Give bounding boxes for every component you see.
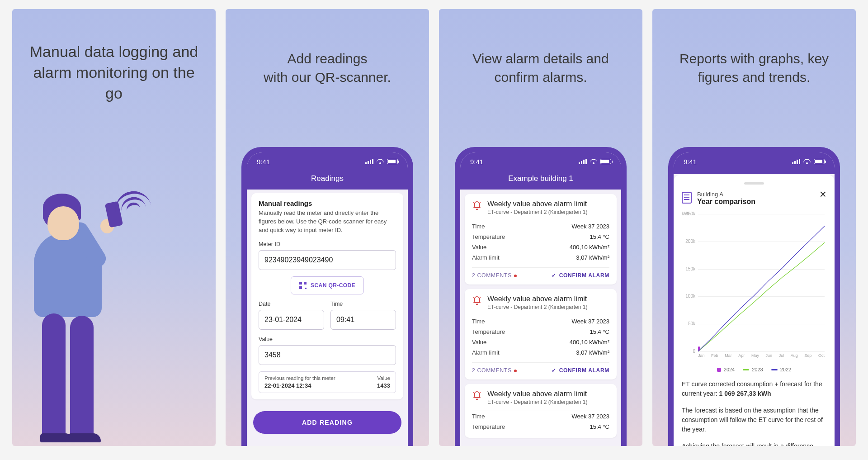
legend-swatch-2023 xyxy=(743,369,749,370)
date-input[interactable]: 23-01-2024 xyxy=(259,310,324,330)
chart-xtick: Oct xyxy=(818,353,825,358)
phone-frame: 9:41 Building A Year comparison × xyxy=(668,147,840,446)
report-title: Year comparison xyxy=(697,198,814,206)
marketing-panel-1: Manual data logging and alarm monitoring… xyxy=(12,9,216,446)
chart-ytick: 200k xyxy=(682,239,695,244)
report-subtitle: Building A xyxy=(697,191,814,198)
legend-swatch-2022 xyxy=(771,369,778,370)
chart-ytick: 250k xyxy=(682,211,695,216)
alarm-subtitle: ET-curve - Department 2 (Kindergarten 1) xyxy=(487,304,609,310)
time-input[interactable]: 09:41 xyxy=(330,310,396,330)
alarm-title: Weekly value above alarm limit xyxy=(487,200,609,208)
chart-xtick: Apr xyxy=(738,353,745,358)
signal-icon xyxy=(792,159,800,164)
status-time: 9:41 xyxy=(257,158,270,166)
confirm-alarm-button[interactable]: ✓CONFIRM ALARM xyxy=(552,367,609,374)
marketing-panel-4: Reports with graphs, key figures and tre… xyxy=(652,9,856,446)
chart-ytick: 0 xyxy=(682,349,695,354)
signal-icon xyxy=(579,159,587,164)
chart-xtick: Sep xyxy=(804,353,811,358)
alarm-title: Weekly value above alarm limit xyxy=(487,390,609,398)
date-label: Date xyxy=(259,301,324,307)
confirm-alarm-button[interactable]: ✓CONFIRM ALARM xyxy=(552,272,609,279)
chart-xtick: Jul xyxy=(779,353,784,358)
alarm-subtitle: ET-curve - Department 2 (Kindergarten 1) xyxy=(487,209,609,215)
chart-xtick: Aug xyxy=(791,353,798,358)
alarm-comments-link[interactable]: 2 COMMENTS xyxy=(472,272,517,279)
legend-swatch-2024 xyxy=(717,368,721,372)
battery-icon xyxy=(600,159,611,164)
chart-ytick: 50k xyxy=(682,321,695,326)
report-paragraph-2: The forecast is based on the assumption … xyxy=(682,406,826,434)
prev-reading-label: Previous reading for this meter xyxy=(264,375,335,381)
alarm-comments-link[interactable]: 2 COMMENTS xyxy=(472,367,517,374)
marketing-panel-2: Add readings with our QR-scanner. 9:41 R… xyxy=(226,9,429,446)
add-reading-button[interactable]: ADD READING xyxy=(253,411,401,434)
chart-ytick: 150k xyxy=(682,266,695,271)
status-time: 9:41 xyxy=(470,158,483,166)
chart-xtick: Jan xyxy=(698,353,705,358)
chart-legend: 2024 2023 2022 xyxy=(682,367,826,372)
app-header: Readings xyxy=(247,171,408,190)
alarm-subtitle: ET-curve - Department 2 (Kindergarten 1) xyxy=(487,399,609,405)
value-input[interactable]: 3458 xyxy=(259,345,396,365)
legend-label: 2023 xyxy=(752,367,763,372)
close-icon[interactable]: × xyxy=(820,191,826,198)
chart-xtick: May xyxy=(751,353,759,358)
panel-title: Manual data logging and alarm monitoring… xyxy=(12,9,216,104)
year-comparison-chart: kWh 050k100k150k200k250k JanFebMarAprMay… xyxy=(682,214,826,363)
wifi-icon xyxy=(803,159,811,164)
meter-id-input[interactable]: 92349023949023490 xyxy=(259,250,396,270)
scan-qr-button[interactable]: SCAN QR-CODE xyxy=(291,276,364,294)
phone-frame: 9:41 Readings Manual readings Manually r… xyxy=(241,147,413,446)
manual-readings-desc: Manually read the meter and directly ent… xyxy=(259,209,396,235)
status-bar: 9:41 xyxy=(674,152,835,171)
phone-frame: 9:41 Example building 1 Weekly value abo… xyxy=(455,147,627,446)
value-label: Value xyxy=(259,336,396,342)
panel-title: Reports with graphs, key figures and tre… xyxy=(652,9,856,86)
wifi-icon xyxy=(377,159,384,164)
legend-label: 2024 xyxy=(724,367,735,372)
alarm-bell-icon xyxy=(472,201,482,211)
readings-card: Manual readings Manually read the meter … xyxy=(251,193,403,399)
meter-id-label: Meter ID xyxy=(259,241,396,247)
status-time: 9:41 xyxy=(684,158,697,166)
illustration xyxy=(12,166,216,446)
report-paragraph-3: Achieving the forecast will result in a … xyxy=(682,441,826,446)
alarm-bell-icon xyxy=(472,391,482,401)
status-bar: 9:41 xyxy=(247,152,408,171)
chart-xtick: Feb xyxy=(711,353,718,358)
prev-value: 1433 xyxy=(377,382,390,389)
alarm-card[interactable]: Weekly value above alarm limit ET-curve … xyxy=(465,384,617,438)
alarm-bell-icon xyxy=(472,296,482,306)
chart-xtick: Mar xyxy=(725,353,732,358)
prev-reading-date: 22-01-2024 12:34 xyxy=(264,382,335,389)
chart-ytick: 100k xyxy=(682,294,695,299)
marketing-panel-3: View alarm details and confirm alarms. 9… xyxy=(439,9,642,446)
battery-icon xyxy=(814,159,825,164)
previous-reading-box: Previous reading for this meter 22-01-20… xyxy=(259,371,396,393)
report-paragraph-1: ET curve corrected consumption + forecas… xyxy=(682,379,826,398)
alarm-title: Weekly value above alarm limit xyxy=(487,295,609,303)
battery-icon xyxy=(387,159,398,164)
wifi-icon xyxy=(590,159,597,164)
panel-title: Add readings with our QR-scanner. xyxy=(226,9,429,86)
prev-value-label: Value xyxy=(377,375,390,381)
qr-icon xyxy=(299,282,307,289)
manual-readings-heading: Manual readings xyxy=(259,199,396,207)
alarm-card[interactable]: Weekly value above alarm limit ET-curve … xyxy=(465,194,617,285)
app-header: Example building 1 xyxy=(460,171,621,190)
status-bar: 9:41 xyxy=(460,152,621,171)
legend-label: 2022 xyxy=(780,367,791,372)
time-label: Time xyxy=(330,301,396,307)
sheet-handle[interactable] xyxy=(744,182,764,185)
report-sheet: Building A Year comparison × kWh 050k100… xyxy=(674,175,835,446)
chart-xtick: Jun xyxy=(766,353,773,358)
alarm-card[interactable]: Weekly value above alarm limit ET-curve … xyxy=(465,289,617,379)
signal-icon xyxy=(365,159,373,164)
panel-title: View alarm details and confirm alarms. xyxy=(439,9,642,86)
document-icon xyxy=(682,192,692,204)
scan-qr-label: SCAN QR-CODE xyxy=(311,282,355,289)
